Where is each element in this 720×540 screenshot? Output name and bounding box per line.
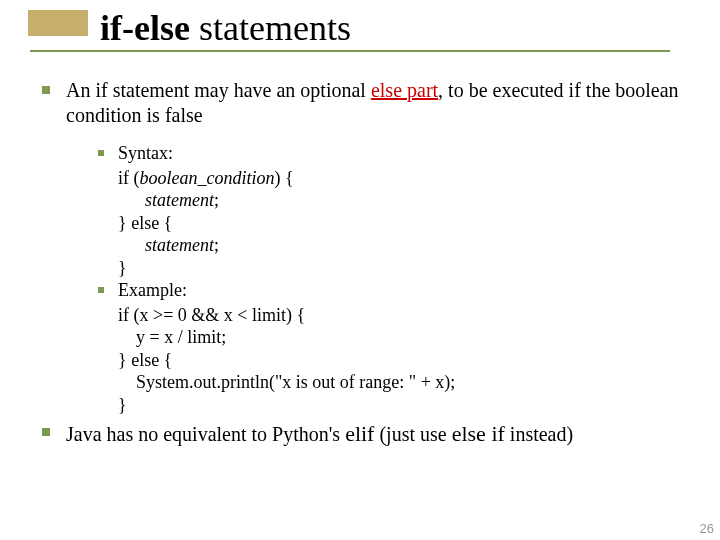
syntax-line-5: } xyxy=(118,257,690,280)
bullet-3-mid: (just use xyxy=(374,423,451,445)
body: An if statement may have an optional els… xyxy=(42,78,690,456)
example-line-2: y = x / limit; xyxy=(118,326,690,349)
statement-1: statement xyxy=(145,190,214,210)
title-keyword: if-else xyxy=(100,8,190,48)
square-bullet-icon xyxy=(98,150,104,156)
bullet-example: Example: xyxy=(98,279,690,302)
bullet-3-pre: Java has no equivalent to Python's xyxy=(66,423,345,445)
syntax-block: if (boolean_condition) { statement; } el… xyxy=(118,167,690,280)
syntax-label: Syntax: xyxy=(118,142,173,165)
example-line-3: } else { xyxy=(118,349,690,372)
bullet-3-text: Java has no equivalent to Python's elif … xyxy=(66,420,573,448)
slide-title: if-else statements xyxy=(28,10,351,48)
example-block: if (x >= 0 && x < limit) { y = x / limit… xyxy=(118,304,690,417)
kw-else-if: else if xyxy=(452,421,505,446)
semi-1: ; xyxy=(214,190,219,210)
syntax-line-1: if (boolean_condition) { xyxy=(118,167,690,190)
syntax-line-3: } else { xyxy=(118,212,690,235)
example-label: Example: xyxy=(118,279,187,302)
example-line-1: if (x >= 0 && x < limit) { xyxy=(118,304,690,327)
title-rest: statements xyxy=(190,8,351,48)
kw-if: if xyxy=(118,168,129,188)
bullet-1-else-part: else part xyxy=(371,79,438,101)
bullet-1: An if statement may have an optional els… xyxy=(42,78,690,128)
title-area: if-else statements xyxy=(28,10,351,48)
bullet-3-post: instead) xyxy=(505,423,573,445)
semi-2: ; xyxy=(214,235,219,255)
bullet-3: Java has no equivalent to Python's elif … xyxy=(42,420,690,448)
square-bullet-icon xyxy=(42,86,50,94)
page-number: 26 xyxy=(700,521,714,536)
square-bullet-icon xyxy=(42,428,50,436)
paren-open: ( xyxy=(129,168,140,188)
slide: if-else statements An if statement may h… xyxy=(0,0,720,540)
syntax-line-4: statement; xyxy=(118,234,690,257)
title-underline xyxy=(30,50,670,52)
paren-close-brace: ) { xyxy=(274,168,293,188)
bullet-1-pre: An if statement may have an optional xyxy=(66,79,371,101)
example-line-4: System.out.println("x is out of range: "… xyxy=(118,371,690,394)
syntax-line-2: statement; xyxy=(118,189,690,212)
bullet-syntax: Syntax: xyxy=(98,142,690,165)
example-line-5: } xyxy=(118,394,690,417)
boolean-condition: boolean_condition xyxy=(140,168,275,188)
kw-elif: elif xyxy=(345,421,374,446)
statement-2: statement xyxy=(145,235,214,255)
square-bullet-icon xyxy=(98,287,104,293)
bullet-1-text: An if statement may have an optional els… xyxy=(66,78,690,128)
